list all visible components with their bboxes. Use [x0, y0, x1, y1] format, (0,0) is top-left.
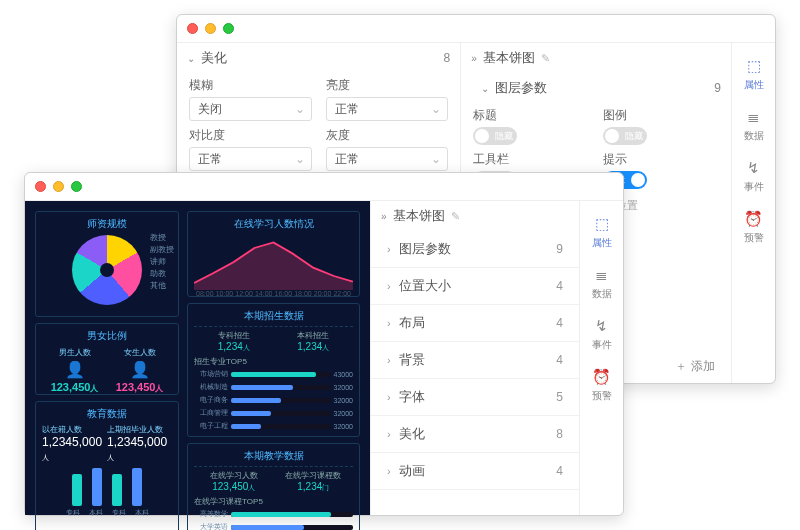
pie-legend: 教授副教授讲师助教其他	[150, 232, 174, 291]
toggle-item: 标题隐藏	[473, 107, 589, 145]
basic-pie-head[interactable]: » 基本饼图 ✎	[371, 201, 579, 231]
select-input[interactable]: 正常	[189, 147, 312, 171]
form-item: 亮度正常	[326, 77, 449, 121]
chevron-collapse-icon: »	[381, 211, 387, 222]
data-icon: ≣	[747, 108, 760, 126]
toggle-label: 标题	[473, 107, 589, 124]
bar-row: 市场营销43000	[194, 369, 353, 379]
card-title: 教育数据	[42, 407, 172, 421]
sidebar-tab-alert[interactable]: ⏰预警	[732, 202, 775, 253]
property-sidebar: ⬚属性≣数据↯事件⏰预警	[579, 201, 623, 515]
basic-pie-head[interactable]: » 基本饼图 ✎	[461, 43, 731, 73]
card-title: 本期招生数据	[194, 309, 353, 323]
attr-icon: ⬚	[595, 215, 609, 233]
vertical-bars	[42, 466, 172, 506]
section-title: 基本饼图	[483, 49, 535, 67]
layer-params-head[interactable]: ⌄ 图层参数 9	[461, 73, 731, 103]
bar-row: 电子工程32000	[194, 421, 353, 431]
accordion-item[interactable]: ›位置大小4	[371, 268, 579, 305]
sidebar-label: 事件	[744, 180, 764, 194]
dashboard-preview: 师资规模 教授副教授讲师助教其他 男女比例 男生人数👤123,450人 女生人数…	[25, 201, 370, 515]
chevron-down-icon: ⌄	[481, 83, 489, 94]
accordion-count: 4	[556, 279, 563, 293]
accordion-count: 4	[556, 353, 563, 367]
close-icon[interactable]	[187, 23, 198, 34]
chevron-down-icon: ⌄	[187, 53, 195, 64]
sidebar-tab-event[interactable]: ↯事件	[580, 309, 623, 360]
field-label: 灰度	[326, 127, 449, 144]
minimize-icon[interactable]	[205, 23, 216, 34]
section-title: 美化	[201, 49, 227, 67]
select-input[interactable]: 正常	[326, 147, 449, 171]
alert-icon: ⏰	[744, 210, 763, 228]
area-chart	[194, 234, 353, 290]
front-window: 师资规模 教授副教授讲师助教其他 男女比例 男生人数👤123,450人 女生人数…	[24, 172, 624, 516]
accordion-count: 9	[556, 242, 563, 256]
chevron-right-icon: ›	[387, 280, 391, 292]
accordion-item[interactable]: ›布局4	[371, 305, 579, 342]
accordion-item[interactable]: ›美化8	[371, 416, 579, 453]
bar-row: 机械制造32000	[194, 382, 353, 392]
bar-row: 高等数学	[194, 509, 353, 519]
accordion-item[interactable]: ›动画4	[371, 453, 579, 490]
section-title: 基本饼图	[393, 207, 445, 225]
chevron-right-icon: ›	[387, 317, 391, 329]
accordion-count: 5	[556, 390, 563, 404]
toggle-switch[interactable]: 隐藏	[603, 127, 647, 145]
section-title: 图层参数	[495, 79, 547, 97]
accordion-item[interactable]: ›字体5	[371, 379, 579, 416]
accordion-label: 动画	[399, 462, 425, 480]
attr-icon: ⬚	[747, 57, 761, 75]
bar-row: 大学英语	[194, 522, 353, 530]
accordion: ›图层参数9›位置大小4›布局4›背景4›字体5›美化8›动画4	[371, 231, 579, 515]
accordion-item[interactable]: ›背景4	[371, 342, 579, 379]
card-title: 师资规模	[42, 217, 172, 231]
bar-row: 电子商务32000	[194, 395, 353, 405]
accordion-label: 字体	[399, 388, 425, 406]
alert-icon: ⏰	[592, 368, 611, 386]
select-input[interactable]: 正常	[326, 97, 449, 121]
section-count: 9	[714, 81, 721, 95]
sidebar-label: 数据	[744, 129, 764, 143]
sidebar-label: 预警	[592, 389, 612, 403]
titlebar	[177, 15, 775, 43]
chevron-right-icon: ›	[387, 428, 391, 440]
sidebar-tab-attr[interactable]: ⬚属性	[580, 207, 623, 258]
bar-row: 工商管理32000	[194, 408, 353, 418]
sidebar-tab-data[interactable]: ≣数据	[580, 258, 623, 309]
sidebar-tab-data[interactable]: ≣数据	[732, 100, 775, 151]
card-title: 男女比例	[42, 329, 172, 343]
form-item: 对比度正常	[189, 127, 312, 171]
sidebar-tab-event[interactable]: ↯事件	[732, 151, 775, 202]
minimize-icon[interactable]	[53, 181, 64, 192]
card-title: 本期教学数据	[194, 449, 353, 463]
maximize-icon[interactable]	[71, 181, 82, 192]
pencil-icon[interactable]: ✎	[451, 210, 460, 223]
chevron-right-icon: ›	[387, 465, 391, 477]
form-item: 模糊关闭	[189, 77, 312, 121]
beautify-section-head[interactable]: ⌄ 美化 8	[177, 43, 460, 73]
pencil-icon[interactable]: ✎	[541, 52, 550, 65]
accordion-item[interactable]: ›图层参数9	[371, 231, 579, 268]
field-label: 亮度	[326, 77, 449, 94]
chevron-right-icon: ›	[387, 354, 391, 366]
close-icon[interactable]	[35, 181, 46, 192]
sidebar-label: 属性	[744, 78, 764, 92]
toggle-label: 提示	[603, 151, 719, 168]
pie-chart	[72, 235, 142, 305]
traffic-lights	[35, 181, 82, 192]
accordion-label: 美化	[399, 425, 425, 443]
sidebar-tab-attr[interactable]: ⬚属性	[732, 49, 775, 100]
toggle-label: 图例	[603, 107, 719, 124]
toggle-item: 图例隐藏	[603, 107, 719, 145]
accordion-label: 布局	[399, 314, 425, 332]
accordion-count: 4	[556, 464, 563, 478]
accordion-count: 4	[556, 316, 563, 330]
accordion-label: 图层参数	[399, 240, 451, 258]
sidebar-tab-alert[interactable]: ⏰预警	[580, 360, 623, 411]
toggle-label: 工具栏	[473, 151, 589, 168]
toggle-switch[interactable]: 隐藏	[473, 127, 517, 145]
maximize-icon[interactable]	[223, 23, 234, 34]
event-icon: ↯	[595, 317, 608, 335]
select-input[interactable]: 关闭	[189, 97, 312, 121]
